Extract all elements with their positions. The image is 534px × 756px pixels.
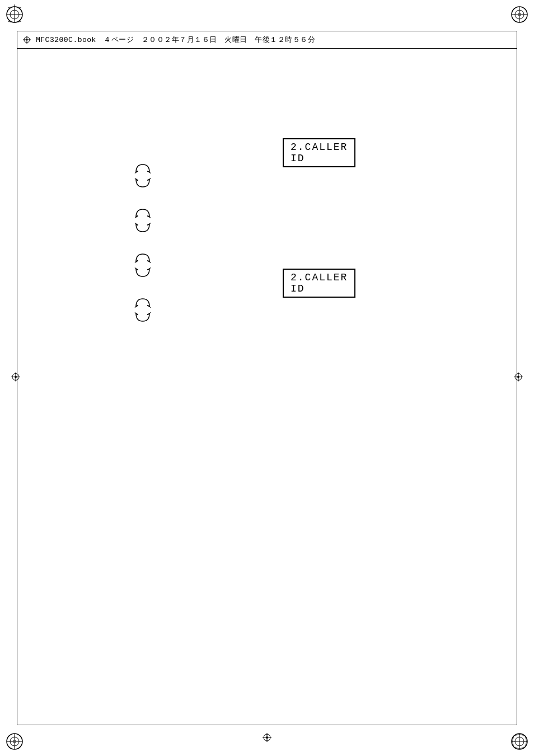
phone-icon-3b [132,266,154,279]
phone-icon-4b [132,311,154,323]
svg-point-22 [15,375,17,378]
header-text: MFC3200C.book ４ページ ２００２年７月１６日 火曜日 午後１２時５… [36,35,315,45]
reg-mark-bottom-right [509,731,530,752]
phone-icon-1b [132,177,154,189]
crosshair-right [513,371,524,385]
crosshair-bottom-center [261,732,273,746]
phone-icon-1a [132,162,154,175]
phone-icons-group-1 [132,162,154,189]
phone-icon-2a [132,207,154,219]
lcd-text-1: 2.CALLER ID [283,138,355,167]
phone-icon-4a [132,297,154,309]
svg-point-30 [266,736,268,739]
phone-icons-group-3 [132,252,154,279]
reg-mark-top-left [4,4,25,25]
reg-mark-top-right [509,4,530,25]
svg-point-14 [13,740,16,743]
lcd-text-2: 2.CALLER ID [283,269,355,298]
phone-icons-group-2 [132,207,154,234]
page-border-bottom [17,725,517,725]
reg-mark-bottom-left [4,731,25,752]
phone-icons-group-4 [132,297,154,323]
phone-icon-3a [132,252,154,264]
svg-point-26 [517,375,519,378]
svg-point-9 [518,13,521,16]
svg-point-34 [26,39,28,40]
header-bar: MFC3200C.book ４ページ ２００２年７月１６日 火曜日 午後１２時５… [17,31,517,49]
crosshair-left [10,371,21,385]
header-crosshair-icon [22,35,31,44]
phone-icon-2b [132,222,154,234]
